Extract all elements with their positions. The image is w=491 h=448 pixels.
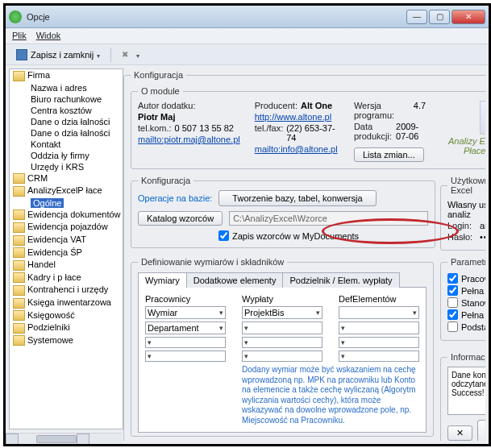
p3-label: Pełna nazwa elementu [461,310,485,320]
tree-item[interactable]: Systemowe [10,334,123,347]
konfiguracja-legend: Konfiguracja [131,70,186,80]
save-icon [16,49,27,60]
tree-item[interactable]: Dane o dzia łalności [10,116,123,127]
tree-item[interactable]: Ewidencja VAT [10,234,123,247]
tree-item[interactable]: Biuro rachunkowe [10,93,123,105]
tab-wymiary[interactable]: Wymiary [138,272,187,288]
dd-wyp-1[interactable] [242,321,322,334]
operacje-label: Operacje na bazie: [138,193,212,203]
dd-prac-2[interactable] [145,337,226,348]
katalog-path: C:\AnalizyExcel\Wzorce [229,211,428,226]
tree-item[interactable]: Handel [10,259,123,272]
p0-checkbox[interactable] [447,273,458,284]
tree-item[interactable]: Urzędy i KRS [10,161,123,172]
menubar: Plik Widok [6,28,489,44]
p1-checkbox[interactable] [447,285,458,296]
p3-checkbox[interactable] [447,309,458,320]
tree-item[interactable]: Księgowość [10,309,123,322]
nav-tree[interactable]: Firma Nazwa i adres Biuro rachunkowe Cen… [9,68,123,429]
info-group: Informacje Dane konfiguracji pomyślnie o… [440,352,485,441]
haslo-value: •••••••• [480,232,485,242]
info-legend: Informacje [447,352,485,362]
dd-wyp-0[interactable]: ProjektBis [242,306,322,319]
p4-checkbox[interactable] [447,321,458,332]
tree-item[interactable]: Ewidencja dokumentów [10,209,123,222]
maximize-button[interactable]: ▢ [429,10,450,24]
date-label: Data produkcji: [354,122,393,141]
p1-label: Pełna nazwa wydziału [461,286,485,296]
dd-wyp-2[interactable] [242,337,322,348]
tree-item[interactable]: Dane o dzia łalności [10,127,123,139]
omodule-group: O module Autor dodatku: Piotr Maj tel.ko… [131,86,485,169]
hscrollbar[interactable] [6,433,122,444]
params-legend: Parametry [447,257,485,267]
tel-label: tel.kom.: [138,123,172,133]
p2-label: Stanowisko w podzielniku [461,298,485,308]
tree-item[interactable]: Nazwa i adres [10,82,123,93]
dd-wyp-3[interactable] [242,351,322,362]
haslo-label: Hasło: [447,232,476,242]
dd-def-3[interactable] [339,351,419,362]
close-button[interactable]: ✕ [451,10,485,24]
tab-dodatkowe[interactable]: Dodatkowe elementy [186,272,284,288]
tree-aep-ogolne[interactable]: Ogólne [10,197,123,209]
dd-prac-1[interactable]: Departament [145,321,226,334]
tree-item[interactable]: Oddzia ły firmy [10,150,123,161]
tree-crm[interactable]: CRM [10,172,123,185]
mail-info-link[interactable]: mailto:info@altone.pl [255,144,338,154]
chevron-down-icon [97,50,100,60]
zapis-mydocs-checkbox[interactable] [218,230,229,241]
app-icon [9,10,22,23]
tab-body: Pracownicy Wypłaty DefElementów Wymiar P… [138,288,427,433]
sql-group: Użytkownik SQL dla arkusza Excel Własny … [440,176,485,251]
tree-item[interactable]: Księga inwentarzowa [10,297,123,309]
tree-item[interactable]: Ewidencja pojazdów [10,221,123,234]
dd-def-2[interactable] [339,337,419,348]
def-legend: Definiowanie wymiarów i składników [138,257,287,267]
brand-name: Analizy Excel PłaceTabela Przestawna [440,136,485,156]
dd-prac-3[interactable] [145,351,226,362]
tree-item[interactable]: Podzielniki [10,321,123,334]
chevron-down-icon [136,50,139,60]
konf-legend: Konfiguracja [138,176,193,185]
minimize-button[interactable]: — [406,10,427,24]
def-tabs: Wymiary Dodatkowe elementy Podzielnik / … [138,272,427,288]
def-group: Definiowanie wymiarów i składników Wymia… [131,257,434,437]
zapis-mydocs-label: Zapis wzorców w MyDocuments [232,231,359,241]
tree-firma[interactable]: Firma [10,69,123,82]
brand-chart-icon [480,101,485,135]
login-value: analizy [480,221,485,230]
tree-aep[interactable]: AnalizyExcelP łace [10,185,123,197]
katalog-wzorcow-button[interactable]: Katalog wzorców [138,211,223,226]
info-text: Dane konfiguracji pomyślnie odczytane. S… [447,367,485,415]
save-and-close-button[interactable]: Zapisz i zamknij [10,47,106,63]
hint-text: Dodany wymiar może być wskazaniem na cec… [242,365,419,425]
ver-value: 4.7 [414,101,426,120]
clear-info-button[interactable]: ✕ [447,425,472,441]
p2-checkbox[interactable] [447,297,458,308]
tools-dropdown[interactable] [116,47,145,63]
own-user-label: Własny user dla analiz [447,200,485,219]
sql-legend: Użytkownik SQL dla arkusza Excel [447,176,485,195]
dd-def-0[interactable] [339,306,419,319]
tab-podzielnik[interactable]: Podzielnik / Elem. wypłaty [282,272,399,288]
autor-value: Piotr Maj [138,112,175,122]
dd-def-1[interactable] [339,321,419,334]
omodule-legend: O module [138,86,183,96]
tree-item[interactable]: Centra kosztów [10,105,123,116]
window-title: Opcje [27,12,406,22]
tree-item[interactable]: Kadry i p łace [10,272,123,284]
tree-item[interactable]: Ewidencja ŚP [10,247,123,259]
menu-file[interactable]: Plik [12,31,27,41]
lista-zmian-button[interactable]: Lista zmian... [354,147,424,162]
mail-author-link[interactable]: mailto:piotr.maj@altone.pl [138,135,240,144]
zapisz-ustawienia-button[interactable]: Zapisz ustawienia [477,420,485,441]
dd-prac-0[interactable]: Wymiar [145,306,226,319]
prod-value: Alt One [301,101,332,110]
tree-item[interactable]: Kontrahenci i urzędy [10,284,123,297]
tree-item[interactable]: Kontakt [10,139,123,150]
tworzenie-bazy-button[interactable]: Tworzenie bazy, tabel, konwersja [218,190,376,206]
titlebar: Opcje — ▢ ✕ [6,6,489,28]
www-link[interactable]: http://www.altone.pl [255,112,331,122]
menu-view[interactable]: Widok [36,31,61,41]
